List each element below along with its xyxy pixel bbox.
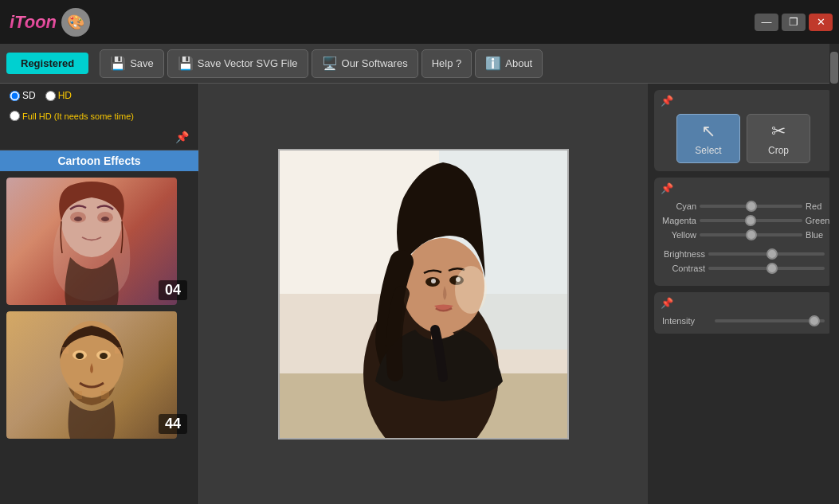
svg-point-3 (74, 217, 82, 221)
about-label: About (505, 57, 532, 69)
canvas-area (199, 84, 648, 504)
effects-label: Cartoon Effects (0, 150, 198, 171)
effect-item-44[interactable]: 44 (6, 311, 192, 439)
select-crop-section: 📌 ↖ Select ✂ Crop (654, 90, 833, 171)
pin-icon: 📌 (175, 131, 189, 143)
pin-icon-sliders: 📌 (661, 182, 673, 194)
effect-number-44: 44 (159, 414, 187, 434)
scrollbar[interactable] (829, 44, 839, 504)
pin-icon-tools: 📌 (661, 95, 673, 107)
green-label: Green (806, 216, 829, 225)
magenta-green-row: Magenta Green (662, 216, 825, 225)
about-button[interactable]: ℹ️ About (475, 49, 543, 78)
cyan-label: Cyan (662, 201, 696, 211)
minimize-button[interactable]: — (755, 14, 778, 31)
effect-item-04[interactable]: 04 (6, 178, 192, 305)
svg-rect-10 (62, 347, 69, 354)
maximize-button[interactable]: ❐ (782, 14, 806, 31)
yellow-blue-row: Yellow Blue (662, 230, 825, 240)
red-label: Red (806, 201, 825, 211)
select-icon: ↖ (701, 121, 716, 142)
save-vector-button[interactable]: 💾 Save Vector SVG File (167, 49, 308, 78)
select-crop-buttons: ↖ Select ✂ Crop (662, 98, 825, 163)
sd-radio[interactable]: SD (10, 90, 36, 101)
main-content: SD HD Full HD (It needs some time) 📌 Car… (0, 84, 839, 504)
svg-point-25 (455, 266, 487, 314)
save-vector-label: Save Vector SVG File (198, 57, 298, 69)
save-button[interactable]: 💾 Save (100, 49, 164, 78)
blue-label: Blue (806, 230, 825, 240)
effect-thumb-44 (6, 311, 177, 439)
main-image (278, 149, 569, 440)
effects-list: 04 (0, 171, 198, 504)
logo-icon: 🎨 (61, 8, 90, 37)
app-logo: iToon 🎨 (10, 8, 90, 37)
help-label: Help ? (432, 57, 462, 69)
effect-thumb-04 (6, 178, 177, 305)
scrollbar-thumb[interactable] (830, 52, 838, 84)
brightness-row: Brightness (662, 249, 825, 259)
contrast-slider[interactable] (708, 267, 825, 270)
crop-label: Crop (768, 145, 789, 156)
intensity-section: 📌 Intensity (654, 292, 833, 334)
hd-radio[interactable]: HD (45, 90, 72, 101)
canvas-svg (280, 150, 569, 440)
select-label: Select (695, 145, 721, 156)
svg-point-4 (101, 217, 109, 221)
magenta-green-slider[interactable] (700, 219, 802, 222)
yellow-blue-slider[interactable] (700, 233, 802, 236)
svg-point-8 (76, 353, 84, 359)
contrast-row: Contrast (662, 264, 825, 273)
effect-04-svg (6, 178, 177, 305)
brightness-label: Brightness (662, 249, 705, 259)
svg-point-22 (431, 279, 436, 283)
magenta-label: Magenta (662, 216, 696, 225)
save-label: Save (130, 57, 154, 69)
sidebar: SD HD Full HD (It needs some time) 📌 Car… (0, 84, 199, 504)
contrast-label: Contrast (662, 264, 705, 273)
intensity-slider[interactable] (715, 319, 825, 322)
select-tool-button[interactable]: ↖ Select (676, 114, 740, 163)
softwares-icon: 🖥️ (322, 56, 338, 71)
cyan-red-slider[interactable] (700, 205, 802, 208)
svg-point-9 (100, 353, 108, 359)
about-icon: ℹ️ (485, 56, 501, 71)
registered-badge: Registered (6, 53, 88, 74)
titlebar: iToon 🎨 — ❐ ✕ (0, 0, 839, 44)
help-button[interactable]: Help ? (421, 49, 472, 78)
crop-tool-button[interactable]: ✂ Crop (747, 114, 810, 163)
cyan-red-row: Cyan Red (662, 201, 825, 211)
pin-icon-intensity: 📌 (661, 297, 673, 309)
fullhd-radio[interactable]: Full HD (It needs some time) (10, 111, 189, 121)
right-panel: 📌 ↖ Select ✂ Crop 📌 Cyan Red (648, 84, 839, 504)
svg-rect-13 (101, 391, 109, 399)
menubar: Registered 💾 Save 💾 Save Vector SVG File… (0, 44, 839, 84)
svg-rect-11 (115, 347, 121, 354)
our-softwares-button[interactable]: 🖥️ Our Softwares (312, 49, 418, 78)
yellow-label: Yellow (662, 230, 696, 240)
save-icon: 💾 (110, 56, 126, 71)
save-vector-icon: 💾 (178, 56, 194, 71)
color-sliders-section: 📌 Cyan Red Magenta Green Yellow (654, 178, 833, 286)
softwares-label: Our Softwares (342, 57, 408, 69)
quality-options: SD HD Full HD (It needs some time) 📌 (0, 84, 198, 150)
window-controls: — ❐ ✕ (755, 14, 833, 31)
brightness-slider[interactable] (708, 252, 825, 256)
intensity-row: Intensity (662, 316, 825, 326)
close-button[interactable]: ✕ (809, 14, 833, 31)
effect-44-svg (6, 311, 177, 439)
svg-rect-12 (74, 391, 82, 399)
effect-number-04: 04 (159, 280, 187, 300)
intensity-label: Intensity (662, 316, 710, 326)
app-title: iToon (10, 12, 57, 33)
crop-icon: ✂ (771, 121, 786, 142)
